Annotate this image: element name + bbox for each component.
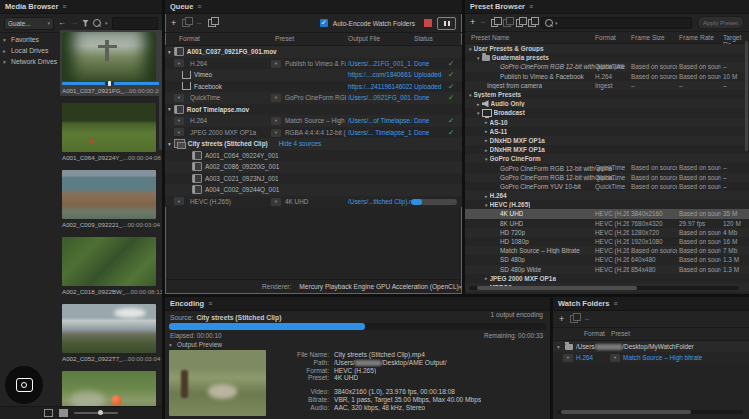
tree-chevron-icon[interactable]: ▾ (3, 59, 8, 65)
queue-row[interactable]: ▾ ▾ ​ Vimeo ▾ https:/....com/184066142 U… (165, 69, 462, 81)
tab-encoding[interactable]: Encoding (170, 299, 204, 308)
tree-chevron-icon[interactable]: ▾ (477, 55, 480, 61)
export-presets-button[interactable] (528, 19, 536, 27)
preset-settings-button[interactable] (503, 19, 511, 27)
clip-thumbnail[interactable] (62, 103, 156, 152)
preset-row[interactable]: ▸ ​ AS-10 (465, 118, 749, 127)
forward-arrow-icon[interactable]: → (70, 19, 78, 27)
location-dropdown[interactable]: Guate... ▾ (4, 17, 54, 30)
preset-dropdown[interactable]: ▾ (271, 198, 281, 206)
duplicate-button[interactable] (182, 19, 190, 27)
row-output-file[interactable]: /Users/... Timelapse_1.mxf (348, 127, 412, 139)
preset-row[interactable]: ▸ ​ DNxHR MXF OP1a (465, 145, 749, 154)
queue-row[interactable]: ▾ ▾ ​ H.264 ▾ Match Source – High bitr..… (165, 115, 462, 127)
format-dropdown[interactable]: ▾ (174, 59, 184, 67)
row-preset[interactable]: 4K UHD (285, 196, 346, 208)
tree-chevron-icon[interactable]: ▾ (3, 37, 8, 43)
preset-row[interactable]: ​ Publish to Vimeo & Facebook H.264 Base… (465, 72, 749, 81)
remove-preset-button[interactable]: − (480, 18, 485, 27)
media-clip-item[interactable]: A002_C009_092221_... 00:00:03:04 (60, 168, 162, 230)
preset-dropdown[interactable]: ▾ (271, 94, 281, 102)
queue-row[interactable]: ▾ ▾ ​ A004_C002_09244Q_001 ▾ ✓ (165, 184, 462, 196)
tree-chevron-icon[interactable]: ▸ (485, 275, 488, 281)
format-dropdown[interactable]: ▾ (174, 117, 184, 125)
add-preset-button[interactable]: + (470, 18, 475, 27)
tree-chevron-icon[interactable]: ▸ (485, 128, 488, 134)
preset-row[interactable]: ▸ ​ JPEG 2000 MXF OP1a (465, 274, 749, 283)
tree-chevron-icon[interactable]: ▸ (3, 48, 8, 54)
output-preview-header[interactable]: ▾ Output Preview (169, 341, 222, 348)
clip-thumbnail[interactable] (62, 237, 156, 286)
thumbnail-view-icon[interactable] (59, 409, 68, 417)
queue-row[interactable]: ▾ ▾ ​ City streets (Stitched Clip) Hide … (165, 138, 462, 150)
tab-watch-folders[interactable]: Watch Folders (558, 299, 609, 308)
thumbnail-zoom-slider[interactable] (74, 412, 118, 414)
stop-button[interactable] (424, 19, 432, 27)
tab-preset-browser[interactable]: Preset Browser (470, 2, 525, 11)
tree-chevron-icon[interactable]: ▾ (469, 92, 472, 98)
clip-thumbnail[interactable] (62, 32, 156, 81)
queue-row[interactable]: ▾ ▾ ​ H.264 ▾ Publish to Vimeo & Face...… (165, 58, 462, 70)
vertical-scrollbar[interactable] (745, 41, 748, 151)
tree-item[interactable]: ▸ Local Drives (3, 45, 59, 56)
tab-queue[interactable]: Queue (170, 2, 193, 11)
new-group-button[interactable] (491, 19, 499, 27)
group-chevron-icon[interactable]: ▾ (168, 106, 171, 112)
duplicate-button[interactable] (570, 315, 578, 323)
add-watch-folder-button[interactable]: + (559, 315, 564, 324)
preset-row[interactable]: ​ Match Source – High Bitrate HEVC (H.26… (465, 246, 749, 255)
panel-menu-icon[interactable]: ≡ (197, 3, 201, 10)
format-dropdown[interactable]: ▾ (174, 197, 184, 205)
media-clip-item[interactable]: A001_C064_09224Y_... 00:00:04:08 (60, 101, 162, 163)
preset-row[interactable]: ​ Ingest from camera Ingest – – – (465, 81, 749, 90)
preset-dropdown[interactable]: ▾ (271, 117, 281, 125)
row-preset[interactable]: Publish to Vimeo & Face... (285, 58, 346, 70)
media-search-input[interactable] (112, 17, 158, 30)
chevron-down-icon[interactable]: ▾ (459, 284, 462, 290)
row-preset[interactable]: Match Source – High bitr... (285, 115, 346, 127)
queue-row[interactable]: ▾ ▾ ​ QuickTime ▾ GoPro CineForm RGB 12.… (165, 92, 462, 104)
row-output-file[interactable]: /Users/...21FG_001_1.mp4 (348, 58, 412, 70)
media-clip-item[interactable]: A001_C037_0921FG_... 00:00:00:20 (60, 30, 162, 96)
tree-chevron-icon[interactable]: ▸ (485, 137, 488, 143)
row-output-file[interactable]: /Users/...0921FG_001.mov (348, 92, 412, 104)
preset-row[interactable]: ▸ ​ H.264 (465, 191, 749, 200)
search-icon[interactable] (93, 19, 101, 27)
panel-menu-icon[interactable]: ≡ (208, 300, 212, 307)
group-chevron-icon[interactable]: ▾ (168, 141, 171, 147)
auto-encode-checkbox[interactable]: ✓ (320, 19, 328, 27)
import-presets-button[interactable] (516, 19, 524, 27)
queue-row[interactable]: ▾ ▾ ​ Roof Timelapse.mov ▾ ✓ (165, 104, 462, 116)
section-chevron-icon[interactable]: ▾ (169, 342, 174, 348)
clip-list-scrollbar[interactable] (159, 30, 162, 150)
clip-thumbnail[interactable] (62, 371, 156, 407)
renderer-value[interactable]: Mercury Playback Engine GPU Acceleration… (299, 283, 458, 290)
row-output-file[interactable]: /Users/...of Timelapse.mp4 (348, 115, 412, 127)
queue-row[interactable]: ▾ ▾ ​ A003_C021_0923NJ_001 ▾ ✓ (165, 173, 462, 185)
tree-chevron-icon[interactable]: ▾ (469, 46, 472, 52)
tree-item[interactable]: ▾ Network Drives (3, 56, 59, 67)
preset-row[interactable]: ​ GoPro CineForm RGB 12-bit with alpha (… (465, 62, 749, 71)
preset-row[interactable]: ▸ ​ AS-11 (465, 127, 749, 136)
clip-scrubber[interactable] (62, 82, 160, 85)
horizontal-scrollbar[interactable] (557, 410, 743, 414)
tree-chevron-icon[interactable]: ▾ (485, 156, 488, 162)
tree-chevron-icon[interactable]: ▸ (485, 147, 488, 153)
filter-icon[interactable] (82, 20, 89, 27)
row-preset[interactable]: GoPro CineForm RGB 12... (285, 92, 346, 104)
format-dropdown[interactable]: ▾ (174, 94, 184, 102)
media-clip-item[interactable]: A002_C018_0922BW_... 00:00:08:13 (60, 235, 162, 297)
tree-item[interactable]: ▾ Favorites (3, 34, 59, 45)
preset-row[interactable]: ​ GoPro CineForm YUV 10-bit QuickTime Ba… (465, 182, 749, 191)
media-clip-item[interactable] (60, 369, 162, 407)
remove-button[interactable]: − (584, 315, 589, 324)
tree-chevron-icon[interactable]: ▸ (485, 119, 488, 125)
preset-row[interactable]: ▾ ​ GoPro CineForm (465, 154, 749, 163)
preset-row[interactable]: ▾ ​ Guatemala presets (465, 53, 749, 62)
remove-button[interactable]: − (196, 19, 201, 28)
lens-button[interactable] (5, 366, 43, 404)
tree-chevron-icon[interactable]: ▾ (477, 110, 480, 116)
preset-row[interactable]: ▸ ​ DNxHD MXF OP1a (465, 136, 749, 145)
back-arrow-icon[interactable]: ← (58, 19, 66, 27)
horizontal-scrollbar[interactable] (469, 286, 739, 290)
